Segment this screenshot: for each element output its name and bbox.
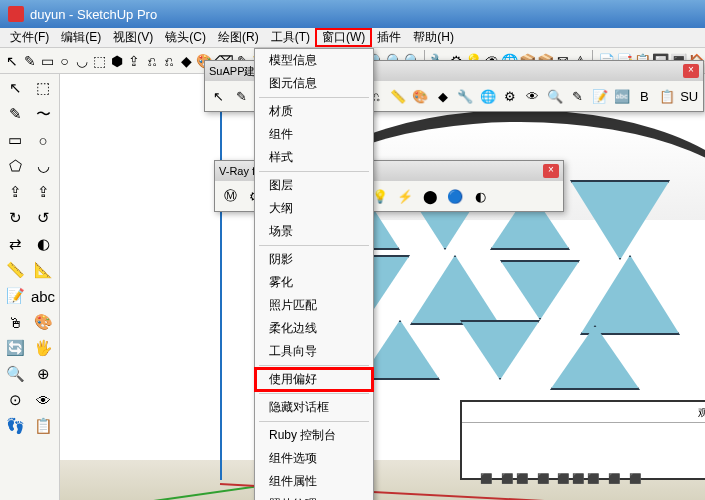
menu-item[interactable]: 图层 (255, 174, 373, 197)
tool-button[interactable]: ⊙ (2, 388, 28, 412)
tool-button[interactable]: ▭ (2, 128, 28, 152)
tool-button[interactable]: 〜 (30, 102, 56, 126)
toolbar-button[interactable]: 🔤 (612, 85, 631, 107)
menu-item[interactable]: 柔化边线 (255, 317, 373, 340)
menu-item[interactable]: 大纲 (255, 197, 373, 220)
menu-item[interactable]: 图元信息 (255, 72, 373, 95)
tool-button[interactable]: ⇪ (2, 180, 28, 204)
tool-button[interactable]: 👣 (2, 414, 28, 438)
tool-button[interactable]: 🔄 (2, 336, 28, 360)
toolbar-button[interactable]: 📋 (657, 85, 676, 107)
menu-item[interactable]: 组件 (255, 123, 373, 146)
toolbar-button[interactable]: ◐ (469, 185, 491, 207)
tool-button[interactable]: ⇪ (30, 180, 56, 204)
menu-item[interactable]: 照片纹理 (255, 493, 373, 500)
menu-item[interactable]: 插件 (371, 29, 407, 46)
tool-button[interactable]: ◐ (30, 232, 56, 256)
tool-button[interactable]: ⇄ (2, 232, 28, 256)
tool-button[interactable]: ⬚ (30, 76, 56, 100)
toolbar-button[interactable]: 🌐 (478, 85, 497, 107)
menu-item[interactable]: 样式 (255, 146, 373, 169)
tool-button[interactable]: 🎨 (30, 310, 56, 334)
toolbar-button[interactable]: ✎ (568, 85, 587, 107)
menubar[interactable]: 文件(F)编辑(E)视图(V)镜头(C)绘图(R)工具(T)窗口(W)插件帮助(… (0, 28, 705, 48)
tool-button[interactable]: 📏 (2, 258, 28, 282)
menu-divider (259, 421, 369, 422)
menu-item[interactable]: 隐藏对话框 (255, 396, 373, 419)
menu-item[interactable]: 工具向导 (255, 340, 373, 363)
toolbar-button[interactable]: 🔵 (444, 185, 466, 207)
menu-item[interactable]: 使用偏好 (255, 368, 373, 391)
toolbar-button[interactable]: ✎ (21, 50, 37, 72)
tool-button[interactable]: 🔍 (2, 362, 28, 386)
toolbar-button[interactable]: ⬚ (91, 50, 107, 72)
toolbar-button[interactable]: ✎ (231, 85, 250, 107)
menu-item[interactable]: 镜头(C) (159, 29, 212, 46)
tool-button[interactable]: ⬠ (2, 154, 28, 178)
toolbar-button[interactable]: ⇪ (126, 50, 142, 72)
menu-item[interactable]: 窗口(W) (316, 29, 371, 46)
tool-button[interactable]: ↖ (2, 76, 28, 100)
tool-button[interactable]: 📐 (30, 258, 56, 282)
close-icon[interactable]: × (543, 164, 559, 178)
tool-button[interactable]: ○ (30, 128, 56, 152)
tool-button[interactable]: ↺ (30, 206, 56, 230)
app-icon (8, 6, 24, 22)
left-toolbar: ↖⬚✎〜▭○⬠◡⇪⇪↻↺⇄◐📏📐📝abc🖱🎨🔄🖐🔍⊕⊙👁👣📋 (0, 74, 60, 500)
toolbar-button[interactable]: ↖ (209, 85, 228, 107)
menu-item[interactable]: 编辑(E) (55, 29, 107, 46)
toolbar-button[interactable]: B (635, 85, 654, 107)
tool-button[interactable]: 🖱 (2, 310, 28, 334)
toolbar-button[interactable]: ▭ (39, 50, 55, 72)
tool-button[interactable]: ✎ (2, 102, 28, 126)
menu-item[interactable]: 阴影 (255, 248, 373, 271)
toolbar-button[interactable]: 🎨 (411, 85, 430, 107)
toolbar-button[interactable]: ◡ (74, 50, 90, 72)
menu-item[interactable]: Ruby 控制台 (255, 424, 373, 447)
menu-item[interactable]: 绘图(R) (212, 29, 265, 46)
menu-item[interactable]: 视图(V) (107, 29, 159, 46)
menu-item[interactable]: 组件选项 (255, 447, 373, 470)
tool-button[interactable]: ⊕ (30, 362, 56, 386)
toolbar-button[interactable]: ↖ (4, 50, 20, 72)
toolbar-button[interactable]: ⬢ (109, 50, 125, 72)
toolbar-button[interactable]: 👁 (523, 85, 542, 107)
lower-facade: 观年入口 (460, 400, 705, 480)
menu-divider (259, 171, 369, 172)
tool-button[interactable]: ◡ (30, 154, 56, 178)
tool-button[interactable]: ↻ (2, 206, 28, 230)
menu-item[interactable]: 场景 (255, 220, 373, 243)
toolbar-button[interactable]: 🔧 (455, 85, 474, 107)
toolbar-button[interactable]: Ⓜ (219, 185, 241, 207)
toolbar-button[interactable]: ⚙ (500, 85, 519, 107)
toolbar-button[interactable]: 📏 (388, 85, 407, 107)
tool-button[interactable]: 🖐 (30, 336, 56, 360)
tool-button[interactable]: abc (30, 284, 56, 308)
toolbar-button[interactable]: ○ (56, 50, 72, 72)
toolbar-button[interactable]: ⬤ (419, 185, 441, 207)
toolbar-button[interactable]: 🔍 (545, 85, 564, 107)
menu-item[interactable]: 帮助(H) (407, 29, 460, 46)
tool-button[interactable]: 📋 (30, 414, 56, 438)
menu-item[interactable]: 材质 (255, 100, 373, 123)
tool-button[interactable]: 👁 (30, 388, 56, 412)
toolbar-button[interactable]: ◆ (433, 85, 452, 107)
menu-item[interactable]: 文件(F) (4, 29, 55, 46)
toolbar-button[interactable]: SU (680, 85, 699, 107)
window-menu-dropdown: 模型信息图元信息材质组件样式图层大纲场景阴影雾化照片匹配柔化边线工具向导使用偏好… (254, 48, 374, 500)
suapp-title: SuAPP建 (209, 64, 255, 79)
toolbar-button[interactable]: ⎌ (161, 50, 177, 72)
tool-button[interactable]: 📝 (2, 284, 28, 308)
viewport-3d[interactable]: 观年入口 ⬛ ⬛⬛ ⬛ ⬛⬛⬛ ⬛ ⬛ (60, 74, 705, 500)
close-icon[interactable]: × (683, 64, 699, 78)
toolbar-button[interactable]: ⎌ (143, 50, 159, 72)
toolbar-button[interactable]: 📝 (590, 85, 609, 107)
menu-item[interactable]: 组件属性 (255, 470, 373, 493)
toolbar-button[interactable]: ◆ (178, 50, 194, 72)
menu-item[interactable]: 模型信息 (255, 49, 373, 72)
toolbar-button[interactable]: ⚡ (394, 185, 416, 207)
menu-item[interactable]: 照片匹配 (255, 294, 373, 317)
menu-item[interactable]: 雾化 (255, 271, 373, 294)
menu-divider (259, 97, 369, 98)
menu-item[interactable]: 工具(T) (265, 29, 316, 46)
